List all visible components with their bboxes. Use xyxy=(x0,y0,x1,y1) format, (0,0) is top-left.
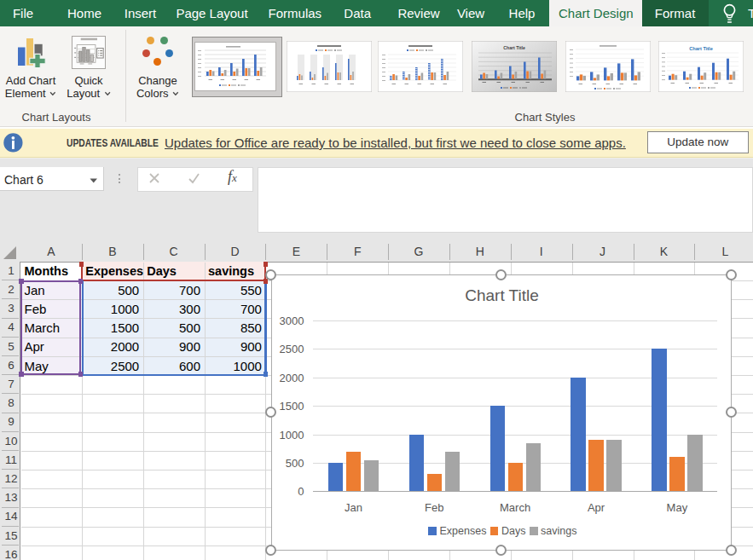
svg-text:Chart Title: Chart Title xyxy=(689,46,713,51)
svg-text:Chart Title: Chart Title xyxy=(503,45,525,50)
